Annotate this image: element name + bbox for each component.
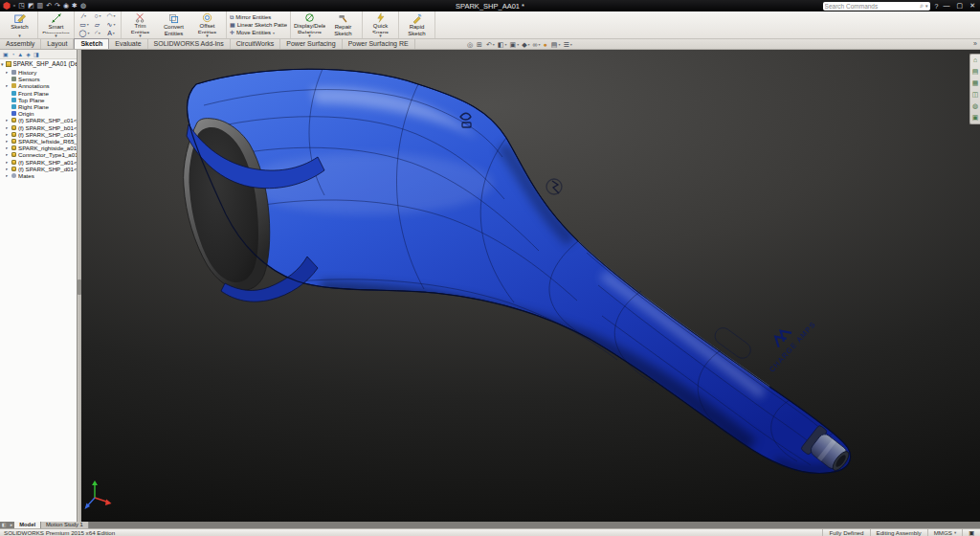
command-tab[interactable]: Evaluate bbox=[109, 39, 147, 49]
tree-item[interactable]: Top Plane bbox=[6, 97, 77, 103]
tree-item[interactable]: ▸ (f) SPARK_SHP_b01<1>-> (D bbox=[6, 124, 77, 131]
tree-item-expander-icon[interactable]: ▸ bbox=[6, 160, 10, 165]
smart-dimension-dropdown-icon[interactable]: ▾ bbox=[55, 34, 57, 37]
mirror-entities-button[interactable]: ⧉ Mirror Entities bbox=[230, 14, 287, 21]
connector-body[interactable] bbox=[187, 69, 850, 473]
repair-sketch-button[interactable]: Repair Sketch bbox=[327, 12, 359, 37]
line-icon[interactable]: ∕▾ bbox=[78, 12, 91, 21]
units-selector[interactable]: MMGS▾ bbox=[927, 529, 963, 536]
model-tab[interactable]: Model bbox=[14, 522, 41, 528]
design-library-icon[interactable]: ▤ bbox=[972, 68, 979, 76]
featuremanager-tab-icon[interactable]: ▣ bbox=[3, 51, 9, 57]
tree-item[interactable]: ▸ (f) SPARK_SHP_c01<1>->? (D bbox=[6, 117, 77, 123]
text-icon[interactable]: A▾ bbox=[104, 30, 118, 38]
tree-item[interactable]: ▸ Annotations bbox=[6, 82, 77, 89]
propertymanager-tab-icon[interactable]: ◔ bbox=[11, 52, 15, 57]
tree-item[interactable]: Right Plane bbox=[6, 103, 77, 110]
solidworks-resources-icon[interactable]: ⌂ bbox=[973, 56, 977, 64]
offset-dropdown-icon[interactable]: ▾ bbox=[206, 34, 209, 37]
tree-item[interactable]: Front Plane bbox=[6, 90, 77, 97]
tree-item[interactable]: ▸ (f) SPARK_SHP_d01<1> -> (D bbox=[6, 166, 77, 172]
tree-item[interactable]: ▸ (f) SPARK_SHP_a01<1> -> (D bbox=[6, 158, 77, 165]
tree-item[interactable]: ▸ History bbox=[6, 69, 77, 76]
taskpane-collapse-button[interactable]: » bbox=[973, 40, 977, 47]
rebuild-icon[interactable]: ◉ bbox=[63, 2, 69, 10]
apply-scene-icon[interactable]: ▤▾ bbox=[551, 40, 561, 49]
tree-item-expander-icon[interactable]: ▸ bbox=[6, 139, 10, 144]
view-settings-icon[interactable]: ☰▾ bbox=[563, 40, 571, 49]
smart-dimension-button[interactable]: Smart Dimension ▾ bbox=[41, 12, 71, 37]
tree-root-item[interactable]: ▾ SPARK_SHP_AA01 (Default<Disp bbox=[0, 59, 77, 69]
command-tab[interactable]: Assembly bbox=[0, 39, 41, 49]
dimxpert-tab-icon[interactable]: ◈ bbox=[26, 51, 31, 57]
command-tab[interactable]: Sketch bbox=[74, 38, 109, 49]
taskpane-collapse-icon[interactable]: » bbox=[973, 40, 977, 47]
zoom-fit-icon[interactable]: ◎ bbox=[467, 40, 474, 49]
polygon-icon[interactable]: ▱ bbox=[91, 21, 104, 30]
command-tab[interactable]: SOLIDWORKS Add-Ins bbox=[148, 39, 231, 49]
zoom-area-icon[interactable]: ⊞ bbox=[477, 40, 483, 49]
units-dropdown-icon[interactable]: ▾ bbox=[954, 530, 956, 535]
tree-item-expander-icon[interactable]: ▸ bbox=[6, 152, 10, 157]
displaymanager-tab-icon[interactable]: ◨ bbox=[33, 51, 39, 57]
tag-button[interactable]: ▣ bbox=[962, 529, 980, 536]
open-icon[interactable]: ◳ bbox=[18, 2, 25, 10]
move-entities-button[interactable]: ✛ Move Entities ▾ bbox=[230, 30, 287, 36]
tree-item[interactable]: Origin bbox=[6, 110, 77, 117]
file-explorer-icon[interactable]: ▦ bbox=[972, 79, 979, 87]
tree-item-expander-icon[interactable]: ▸ bbox=[6, 125, 10, 130]
appearance-icon[interactable]: ◍ bbox=[80, 2, 86, 10]
options-icon[interactable]: ✱ bbox=[72, 2, 78, 10]
display-delete-relations-button[interactable]: Display/Delete Relations ▾ bbox=[294, 12, 325, 37]
custom-properties-icon[interactable]: ▣ bbox=[972, 114, 979, 122]
minimize-button[interactable]: — bbox=[944, 2, 950, 10]
tree-item[interactable]: ▸ SPARK_leftside_R65_a01<1> bbox=[6, 138, 77, 145]
trim-dropdown-icon[interactable]: ▾ bbox=[139, 34, 142, 37]
offset-entities-button[interactable]: Offset Entities ▾ bbox=[191, 12, 223, 37]
edit-appearance-icon[interactable]: ● bbox=[544, 40, 548, 49]
tree-item[interactable]: ▸ SPARK_rightside_a01<1> (De bbox=[6, 145, 77, 151]
graphics-viewport[interactable]: CHARGE AMPS ⌂▤▦◫◍▣ bbox=[81, 50, 980, 522]
tree-item-expander-icon[interactable]: ▸ bbox=[6, 145, 10, 150]
rectangle-icon[interactable]: ▭▾ bbox=[78, 21, 91, 30]
command-tab[interactable]: Power Surfacing RE bbox=[343, 39, 415, 49]
save-icon[interactable]: ◩ bbox=[28, 2, 34, 10]
tree-item-expander-icon[interactable]: ▸ bbox=[6, 83, 10, 88]
model-tab[interactable]: Motion Study 1 bbox=[41, 522, 89, 528]
command-tab[interactable]: CircuitWorks bbox=[231, 39, 281, 49]
view-palette-icon[interactable]: ◫ bbox=[972, 91, 979, 99]
undo-icon[interactable]: ↶ bbox=[46, 2, 52, 10]
command-tab[interactable]: Power Surfacing bbox=[280, 39, 342, 49]
redo-icon[interactable]: ↷ bbox=[55, 2, 60, 10]
arc-icon[interactable]: ◠▾ bbox=[104, 12, 118, 21]
search-icon[interactable]: ⌕ bbox=[920, 2, 924, 10]
view-orientation-icon[interactable]: ▣▾ bbox=[510, 40, 520, 49]
circle-icon[interactable]: ○▾ bbox=[91, 12, 104, 21]
tree-item-expander-icon[interactable]: ▸ bbox=[6, 118, 10, 123]
tree-root-expander-icon[interactable]: ▾ bbox=[1, 60, 4, 68]
help-icon[interactable]: ? bbox=[935, 3, 939, 10]
search-dropdown-icon[interactable]: ▾ bbox=[925, 3, 928, 9]
tree-item[interactable]: ▸ (f) SPARK_SHP_c01<1>-> (D bbox=[6, 131, 77, 138]
display-style-icon[interactable]: ◆▾ bbox=[522, 40, 529, 49]
quick-snaps-button[interactable]: Quick Snaps ▾ bbox=[366, 12, 395, 37]
section-view-icon[interactable]: ◧▾ bbox=[498, 40, 507, 49]
rapid-sketch-button[interactable]: Rapid Sketch bbox=[402, 12, 432, 37]
tree-item-expander-icon[interactable]: ▸ bbox=[6, 70, 10, 75]
fillet-icon[interactable]: ◜▾ bbox=[91, 30, 104, 38]
ev-charging-connector-model[interactable]: CHARGE AMPS bbox=[81, 50, 980, 522]
appearances-scenes-icon[interactable]: ◍ bbox=[972, 102, 978, 110]
linear-sketch-pattern-button[interactable]: ▦ Linear Sketch Pattern ▾ bbox=[230, 22, 287, 29]
tree-item[interactable]: ▸ Connector_Type1_a01<1> (De bbox=[6, 151, 77, 158]
trim-entities-button[interactable]: Trim Entities ▾ bbox=[124, 12, 156, 37]
tree-item-expander-icon[interactable]: ▸ bbox=[6, 173, 10, 178]
tree-item[interactable]: Sensors bbox=[6, 76, 77, 82]
quick-snaps-dropdown-icon[interactable]: ▾ bbox=[379, 34, 382, 37]
search-placeholder-text[interactable]: Search Commands bbox=[825, 3, 919, 10]
configurationmanager-tab-icon[interactable]: ▲ bbox=[17, 52, 23, 57]
close-button[interactable]: ✕ bbox=[969, 2, 975, 10]
print-icon[interactable]: ▥ bbox=[37, 2, 44, 10]
command-search-box[interactable]: Search Commands ⌕ ▾ bbox=[823, 2, 930, 11]
display-delete-dropdown-icon[interactable]: ▾ bbox=[308, 34, 311, 37]
move-entities-dropdown-icon[interactable]: ▾ bbox=[273, 30, 275, 36]
